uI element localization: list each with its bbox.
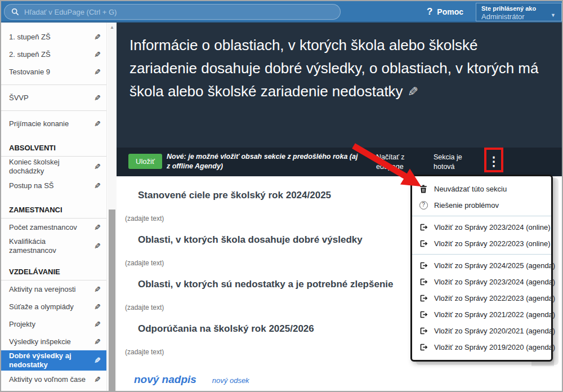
edit-pencil-icon[interactable]: ✎ [94, 223, 101, 232]
scrollbar-thumb[interactable] [109, 210, 115, 391]
sidebar-item-pocet-zamestnancov[interactable]: Počet zamestnancov ✎ [1, 219, 106, 236]
menu-item-label: Vložiť zo Správy 2022/2023 (agenda) [434, 294, 555, 302]
sidebar-item-2-stupen-zs[interactable]: 2. stupeň ZŠ ✎ [1, 46, 106, 63]
edit-pencil-icon[interactable]: ✎ [94, 162, 101, 171]
menu-item-label: Vložiť zo Správy 2023/2024 (agenda) [434, 278, 555, 286]
sidebar-item-koniec-skolskej-dochadzky[interactable]: Koniec školskej dochádzky ✎ [1, 157, 106, 177]
sidebar-scrollbar[interactable]: ▲ [108, 23, 117, 391]
sidebar-divider [1, 110, 106, 111]
chevron-down-icon: ▼ [551, 12, 556, 18]
sidebar-item-aktivity-na-verejnosti[interactable]: Aktivity na verejnosti ✎ [1, 280, 106, 298]
sidebar-item-projekty[interactable]: Projekty ✎ [1, 315, 106, 333]
menu-divider [412, 254, 551, 255]
sidebar-item-dobre-vysledky-aj-nedostatky[interactable]: Dobré výsledky aj nedostatky ✎ [1, 350, 106, 371]
edit-pencil-icon[interactable]: ✎ [94, 181, 101, 190]
edit-title-pencil-icon[interactable]: ✎ [408, 81, 418, 104]
menu-item-omit-section[interactable]: Neuvádzať túto sekciu [412, 181, 551, 197]
sidebar-item-prijimacie-konanie[interactable]: Prijímacie konanie ✎ [1, 115, 106, 132]
edit-pencil-icon[interactable]: ✎ [94, 320, 101, 329]
menu-item-label: Vložiť zo Správy 2021/2022 (agenda) [434, 310, 555, 319]
edit-pencil-icon[interactable]: ✎ [94, 33, 101, 42]
edit-pencil-icon[interactable]: ✎ [94, 285, 101, 294]
edit-pencil-icon[interactable]: ✎ [94, 242, 101, 251]
section-options-menu: Neuvádzať túto sekciu ? Riešenie problém… [410, 175, 553, 362]
section-done-toggle[interactable]: Sekcia je hotová [434, 153, 476, 172]
section-toolbar: Uložiť Nové: je možné vložiť obsah sekci… [117, 148, 562, 176]
new-paragraph-link[interactable]: nový odsek [212, 376, 249, 385]
edit-pencil-icon[interactable]: ✎ [94, 375, 101, 384]
sections-sidebar: 1. stupeň ZŠ ✎ 2. stupeň ZŠ ✎ Testovanie… [1, 23, 107, 391]
logged-in-as-label: Ste prihlásený ako [481, 5, 557, 12]
import-icon [419, 294, 428, 303]
help-question-icon: ? [427, 6, 432, 17]
menu-item-insert-report-2021-2022-agenda[interactable]: Vložiť zo Správy 2021/2022 (agenda) [412, 306, 551, 323]
menu-item-label: Vložiť zo Správy 2019/2020 (agenda) [434, 343, 555, 351]
sidebar-section-header-zamestnanci: ZAMESTNANCI [1, 206, 106, 219]
load-from-edupage-button[interactable]: Načítať z edupage [376, 153, 418, 172]
menu-item-label: Vložiť zo Správy 2020/2021 (agenda) [434, 327, 555, 335]
menu-divider [412, 216, 551, 216]
top-bar: ? Pomoc Ste prihlásený ako Administrátor… [1, 1, 562, 23]
section-header: Informácie o oblastiach, v ktorých škola… [117, 23, 562, 148]
import-icon [419, 278, 428, 287]
import-icon [419, 343, 428, 352]
logged-in-user-menu[interactable]: Ste prihlásený ako Administrátor ▼ [476, 3, 562, 21]
help-label: Pomoc [437, 7, 463, 16]
import-icon [419, 261, 428, 270]
edit-pencil-icon[interactable]: ✎ [94, 119, 101, 128]
question-icon: ? [419, 201, 428, 210]
menu-item-troubleshooting[interactable]: ? Riešenie problémov [412, 197, 551, 213]
menu-item-insert-report-2020-2021-agenda[interactable]: Vložiť zo Správy 2020/2021 (agenda) [412, 323, 551, 339]
menu-item-insert-report-2023-2024-agenda[interactable]: Vložiť zo Správy 2023/2024 (agenda) [412, 274, 551, 290]
import-icon [419, 327, 428, 336]
import-icon [419, 239, 428, 248]
page-title: Informácie o oblastiach, v ktorých škola… [129, 34, 548, 104]
menu-item-insert-report-2022-2023-agenda[interactable]: Vložiť zo Správy 2022/2023 (agenda) [412, 290, 551, 306]
menu-item-label: Neuvádzať túto sekciu [434, 185, 507, 193]
sidebar-item-kvalifikacia-zamestnancov[interactable]: Kvalifikácia zamestnancov ✎ [1, 236, 106, 256]
sidebar-section-header-vzdelavanie: VZDELÁVANIE [1, 268, 106, 280]
import-icon [419, 223, 428, 232]
edupage-app-window: ? Pomoc Ste prihlásený ako Administrátor… [0, 0, 563, 392]
user-role-value: Administrátor [481, 12, 557, 21]
sidebar-item-svvp[interactable]: ŠVVP ✎ [1, 89, 106, 106]
sidebar-divider [1, 84, 106, 85]
search-field[interactable] [4, 4, 341, 20]
menu-item-insert-report-2023-2024-online[interactable]: Vložiť zo Správy 2023/2024 (online) [412, 219, 551, 235]
menu-item-insert-report-2024-2025-agenda[interactable]: Vložiť zo Správy 2024/2025 (agenda) [412, 257, 551, 274]
sidebar-item-aktivity-vo-volnom-case[interactable]: Aktivity vo voľnom čase ✎ [1, 371, 106, 388]
edit-pencil-icon[interactable]: ✎ [94, 50, 101, 59]
page-title-text: Informácie o oblastiach, v ktorých škola… [129, 37, 538, 100]
edit-pencil-icon[interactable]: ✎ [94, 337, 101, 346]
scrollbar-up-arrow-icon[interactable]: ▲ [108, 23, 117, 30]
save-button[interactable]: Uložiť [128, 154, 162, 169]
edit-pencil-icon[interactable]: ✎ [94, 93, 101, 103]
trash-icon [419, 185, 428, 194]
search-icon [11, 8, 19, 16]
section-options-kebab-icon[interactable]: ⋮ [485, 150, 503, 173]
menu-item-insert-report-2019-2020-agenda[interactable]: Vložiť zo Správy 2019/2020 (agenda) [412, 339, 551, 355]
menu-item-label: Vložiť zo Správy 2023/2024 (online) [434, 223, 551, 231]
import-icon [419, 310, 428, 319]
sidebar-section-header-absolventi: ABSOLVENTI [1, 144, 106, 157]
toolbar-note: Nové: je možné vložiť obsah sekcie z pre… [167, 152, 358, 171]
sidebar-item-postup-na-ss[interactable]: Postup na SŠ ✎ [1, 177, 106, 194]
sidebar-item-vysledky-inspekcie[interactable]: Výsledky inšpekcie ✎ [1, 333, 106, 350]
edit-pencil-icon[interactable]: ✎ [94, 68, 101, 77]
menu-item-insert-report-2022-2023-online[interactable]: Vložiť zo Správy 2022/2023 (online) [412, 235, 551, 252]
add-content-links: nový nadpis nový odsek [134, 373, 562, 386]
edit-pencil-icon[interactable]: ✎ [94, 356, 101, 365]
menu-item-label: Vložiť zo Správy 2024/2025 (agenda) [434, 261, 555, 270]
edit-pencil-icon[interactable]: ✎ [94, 302, 101, 311]
sidebar-item-1-stupen-zs[interactable]: 1. stupeň ZŠ ✎ [1, 28, 106, 46]
help-button[interactable]: ? Pomoc [427, 1, 463, 23]
new-heading-link[interactable]: nový nadpis [134, 373, 196, 386]
sidebar-item-sutaze-a-olympiady[interactable]: Súťaže a olympiády ✎ [1, 298, 106, 315]
menu-item-label: Riešenie problémov [434, 201, 499, 210]
sidebar-item-testovanie-9[interactable]: Testovanie 9 ✎ [1, 63, 106, 81]
search-input[interactable] [24, 8, 333, 16]
menu-item-label: Vložiť zo Správy 2022/2023 (online) [434, 239, 551, 248]
